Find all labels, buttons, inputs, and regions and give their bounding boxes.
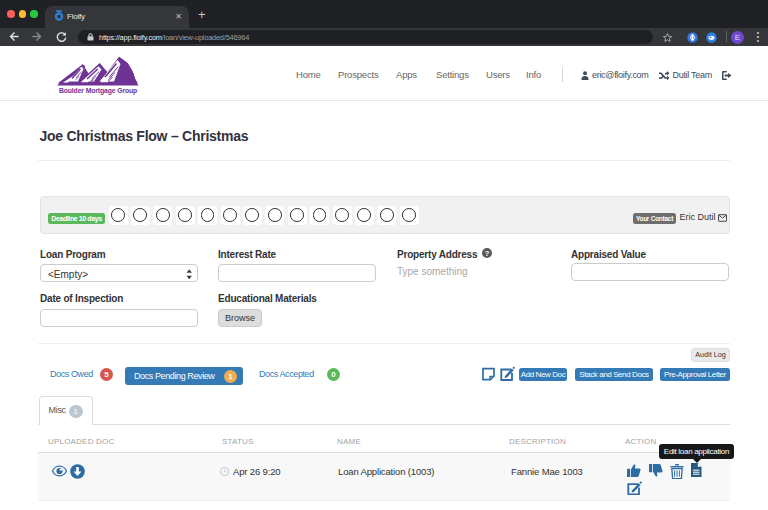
svg-text:Boulder Mortgage Group: Boulder Mortgage Group bbox=[59, 87, 137, 95]
svg-text:?: ? bbox=[485, 249, 490, 258]
